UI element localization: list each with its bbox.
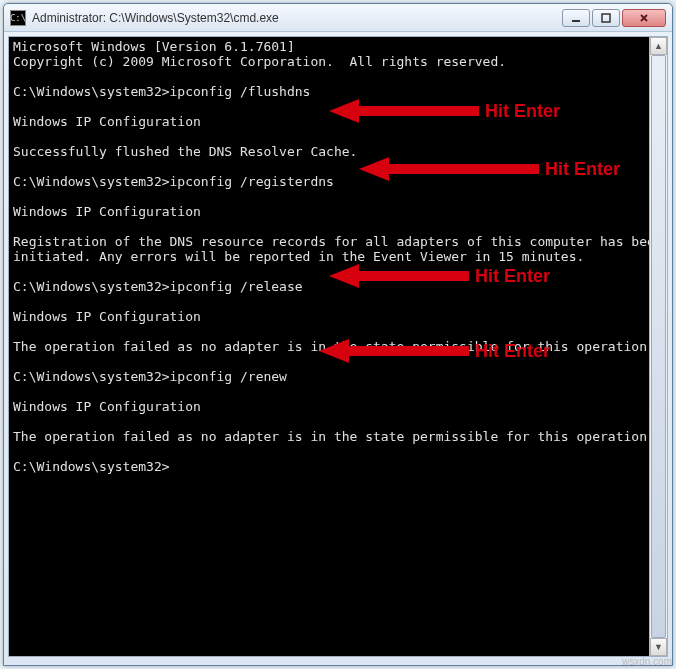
console-frame: Microsoft Windows [Version 6.1.7601] Cop… — [8, 36, 668, 657]
window-title: Administrator: C:\Windows\System32\cmd.e… — [32, 11, 279, 25]
minimize-button[interactable] — [562, 9, 590, 27]
scroll-thumb[interactable] — [651, 55, 666, 638]
titlebar[interactable]: C:\ Administrator: C:\Windows\System32\c… — [4, 4, 672, 32]
scroll-down-button[interactable]: ▼ — [650, 638, 667, 656]
cmd-icon: C:\ — [10, 10, 26, 26]
svg-rect-0 — [572, 20, 580, 22]
scrollbar[interactable]: ▲ ▼ — [649, 37, 667, 656]
watermark: wsxdn.com — [622, 656, 672, 667]
scroll-track[interactable] — [650, 55, 667, 638]
window-buttons — [562, 9, 666, 27]
maximize-button[interactable] — [592, 9, 620, 27]
svg-rect-1 — [602, 14, 610, 22]
close-button[interactable] — [622, 9, 666, 27]
cmd-window: C:\ Administrator: C:\Windows\System32\c… — [3, 3, 673, 666]
scroll-up-button[interactable]: ▲ — [650, 37, 667, 55]
console-output[interactable]: Microsoft Windows [Version 6.1.7601] Cop… — [9, 37, 667, 656]
